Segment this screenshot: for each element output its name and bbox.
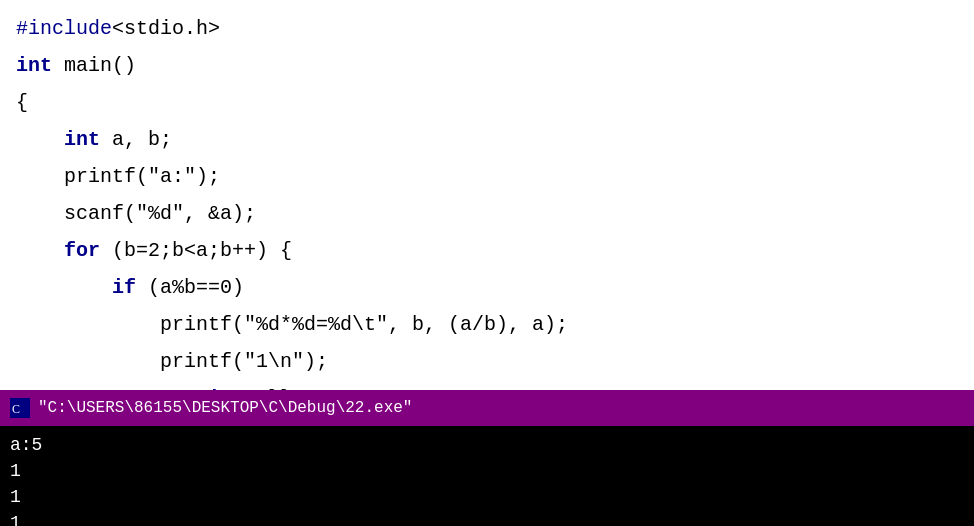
terminal-output: a:5 1 1 1 Press any key to continue: [0, 426, 974, 526]
term-line-2: 1: [10, 458, 964, 484]
code-line-10: printf("1\n");: [16, 343, 958, 380]
terminal-title: "C:\USERS\86155\DESKTOP\C\Debug\22.exe": [38, 399, 412, 417]
term-line-4: 1: [10, 510, 964, 526]
code-line-11: continue;}}: [16, 380, 958, 390]
terminal-icon: C: [10, 398, 30, 418]
code-line-6: scanf("%d", &a);: [16, 195, 958, 232]
code-line-1: #include<stdio.h>: [16, 10, 958, 47]
code-line-9: printf("%d*%d=%d\t", b, (a/b), a);: [16, 306, 958, 343]
code-editor: #include<stdio.h> int main() { int a, b;…: [0, 0, 974, 390]
code-line-8: if (a%b==0): [16, 269, 958, 306]
code-line-3: {: [16, 84, 958, 121]
term-line-3: 1: [10, 484, 964, 510]
term-line-1: a:5: [10, 432, 964, 458]
code-line-5: printf("a:");: [16, 158, 958, 195]
svg-text:C: C: [12, 402, 20, 416]
code-line-7: for (b=2;b<a;b++) {: [16, 232, 958, 269]
code-line-2: int main(): [16, 47, 958, 84]
code-line-4: int a, b;: [16, 121, 958, 158]
terminal-titlebar: C "C:\USERS\86155\DESKTOP\C\Debug\22.exe…: [0, 390, 974, 426]
